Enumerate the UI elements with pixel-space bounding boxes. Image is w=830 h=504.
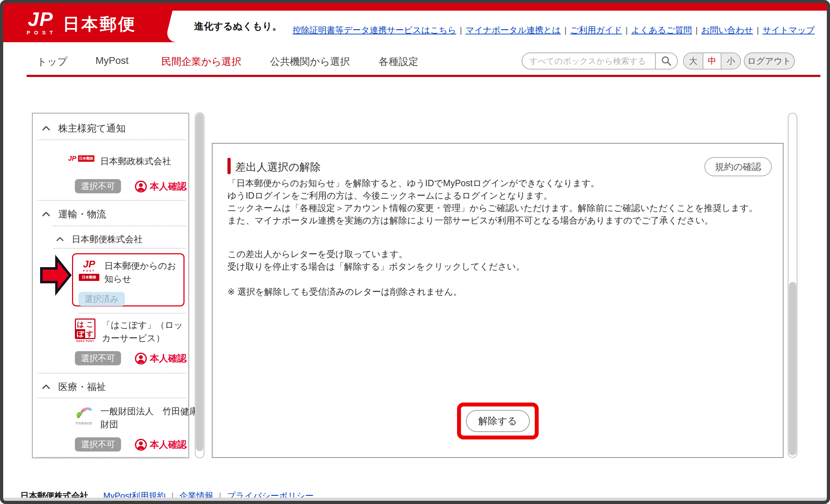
search-box bbox=[522, 52, 678, 70]
logo-char: す bbox=[85, 329, 94, 339]
site-header: 進化するぬくもり。 JP POST 日本郵便 控除証明書等データ連携サービスはこ… bbox=[3, 3, 827, 42]
font-size-large-button[interactable]: 大 bbox=[684, 53, 703, 69]
section-shareholder-notice[interactable]: 株主様宛て通知 bbox=[42, 122, 126, 135]
subsection-japan-post-co[interactable]: 日本郵便株式会社 bbox=[56, 233, 143, 245]
section-label: 医療・福祉 bbox=[58, 382, 106, 392]
nav-top[interactable]: トップ bbox=[37, 55, 67, 68]
divider bbox=[79, 313, 186, 314]
section-medical[interactable]: 医療・福祉 bbox=[42, 381, 106, 393]
page-title: 差出人選択の解除 bbox=[235, 160, 321, 175]
logo-jp-glyph: JP bbox=[68, 155, 76, 162]
paragraph-line: ゆうIDログインをご利用の方は、今後ニックネームによるログインとなります。 bbox=[227, 189, 758, 202]
title-accent-bar bbox=[227, 158, 231, 174]
verify-label: 本人確認 bbox=[150, 352, 187, 365]
identity-verification: 本人確認 bbox=[135, 180, 187, 193]
logo-caption: HAKO POST bbox=[75, 340, 95, 342]
link-contact[interactable]: お問い合わせ bbox=[701, 25, 753, 35]
link-separator: | bbox=[757, 25, 759, 35]
identity-verification: 本人確認 bbox=[135, 438, 187, 451]
nav-settings[interactable]: 各種設定 bbox=[379, 55, 418, 68]
japan-post-holdings-logo: JP 日本郵政 bbox=[68, 155, 94, 162]
paragraph-line: 受け取りを停止する場合は「解除する」ボタンをクリックしてください。 bbox=[227, 260, 525, 273]
jp-logo-post-text: POST bbox=[27, 29, 57, 36]
link-separator: | bbox=[564, 25, 566, 35]
identity-verification: 本人確認 bbox=[135, 352, 187, 365]
status-badge: 選択不可 bbox=[75, 351, 121, 365]
sender-name: 一般財団法人 竹田健康財団 bbox=[100, 405, 199, 431]
chevron-up-icon bbox=[56, 233, 64, 243]
note-text: ※ 選択を解除しても受信済みのレターは削除されません。 bbox=[227, 286, 462, 298]
divider bbox=[53, 248, 186, 249]
logout-button[interactable]: ログアウト bbox=[744, 52, 795, 70]
paragraph-line: 「日本郵便からのお知らせ」を解除すると、ゆうIDでMyPostログインができなく… bbox=[227, 177, 758, 189]
main-scrollbar-thumb[interactable] bbox=[789, 282, 796, 455]
link-faq[interactable]: よくあるご質問 bbox=[631, 25, 692, 35]
paragraph-line: また、マイナポータル連携を実施の方は解除により一部サービスが利用不可となる場合が… bbox=[227, 214, 758, 227]
logo-char: こ bbox=[85, 320, 94, 329]
jp-post-logo: JP POST bbox=[24, 9, 57, 36]
divider bbox=[37, 139, 186, 140]
nav-public-institutions[interactable]: 公共機関から選択 bbox=[270, 55, 350, 68]
section-transport[interactable]: 運輸・物流 bbox=[42, 208, 106, 221]
nav-private-companies[interactable]: 民間企業から選択 bbox=[161, 55, 241, 68]
paragraph-line: この差出人からレターを受け取っています。 bbox=[227, 248, 525, 260]
sender-name: 日本郵便からのお知らせ bbox=[104, 259, 182, 286]
font-size-control: 大 中 小 bbox=[683, 52, 741, 70]
sender-japan-post-holdings[interactable]: JP 日本郵政 日本郵政株式会社 bbox=[68, 155, 171, 168]
chevron-up-icon bbox=[42, 381, 50, 392]
sidebar-scrollbar-thumb[interactable] bbox=[196, 113, 203, 451]
link-guide[interactable]: ご利用ガイド bbox=[570, 25, 622, 35]
hakopost-logo-grid: は こ ぽ す bbox=[75, 319, 95, 339]
sender-card-jp-notice-selected[interactable]: JP POST 日本郵便 日本郵便からのお知らせ 選択済み bbox=[72, 253, 185, 306]
japan-post-logo: JP POST 日本郵便 bbox=[79, 259, 99, 281]
logo-caption: 竹田健康財団 bbox=[72, 421, 95, 425]
section-label: 株主様宛て通知 bbox=[58, 123, 126, 134]
release-button[interactable]: 解除する bbox=[466, 410, 530, 432]
warning-paragraph: 「日本郵便からのお知らせ」を解除すると、ゆうIDでMyPostログインができなく… bbox=[227, 177, 758, 227]
subsection-label: 日本郵便株式会社 bbox=[72, 234, 143, 244]
takeda-foundation-logo: 竹田健康財団 bbox=[72, 405, 95, 425]
divider bbox=[37, 373, 186, 373]
person-icon bbox=[135, 439, 147, 451]
link-sitemap[interactable]: サイトマップ bbox=[763, 25, 815, 35]
sender-sidebar: 株主様宛て通知 JP 日本郵政 日本郵政株式会社 選択不可 本人確認 運輸・物流… bbox=[32, 113, 189, 458]
hakopost-logo: は こ ぽ す HAKO POST bbox=[75, 319, 95, 342]
jp-logo-glyph: JP bbox=[24, 9, 57, 29]
paragraph-line: ニックネームは「各種設定＞アカウント情報の変更・管理」からご確認いただけます。解… bbox=[227, 202, 758, 214]
status-badge: 選択不可 bbox=[75, 179, 121, 193]
search-button[interactable] bbox=[655, 53, 677, 69]
chevron-up-icon bbox=[42, 208, 50, 219]
main-scrollbar[interactable] bbox=[788, 113, 797, 458]
link-mynaportal[interactable]: マイナポータル連携とは bbox=[466, 25, 561, 35]
nav-active-underline bbox=[27, 75, 820, 77]
divider bbox=[37, 398, 186, 398]
font-size-medium-button[interactable]: 中 bbox=[703, 53, 721, 69]
link-separator: | bbox=[460, 25, 462, 35]
sender-name: 「はこぽす」（ロッカーサービス） bbox=[102, 319, 184, 345]
link-separator: | bbox=[696, 25, 698, 35]
logo-text: 日本郵政 bbox=[78, 155, 94, 162]
status-paragraph: この差出人からレターを受け取っています。 受け取りを停止する場合は「解除する」ボ… bbox=[227, 248, 525, 273]
search-input[interactable] bbox=[522, 53, 655, 69]
sender-hakopost[interactable]: は こ ぽ す HAKO POST 「はこぽす」（ロッカーサービス） bbox=[75, 319, 184, 345]
sidebar-scrollbar[interactable] bbox=[195, 112, 204, 458]
person-icon bbox=[135, 353, 147, 365]
font-size-small-button[interactable]: 小 bbox=[721, 53, 740, 69]
sender-takeda-foundation[interactable]: 竹田健康財団 一般財団法人 竹田健康財団 bbox=[72, 405, 199, 431]
release-panel: 差出人選択の解除 規約の確認 「日本郵便からのお知らせ」を解除すると、ゆうIDで… bbox=[212, 143, 784, 458]
divider bbox=[53, 226, 186, 226]
takeda-logo-icon bbox=[74, 405, 94, 420]
person-icon bbox=[135, 181, 147, 193]
sender-name: 日本郵政株式会社 bbox=[100, 155, 171, 168]
terms-confirm-button[interactable]: 規約の確認 bbox=[704, 157, 772, 176]
nav-mypost[interactable]: MyPost bbox=[95, 55, 128, 66]
search-icon bbox=[661, 56, 672, 66]
mypost-window: 進化するぬくもり。 JP POST 日本郵便 控除証明書等データ連携サービスはこ… bbox=[0, 0, 830, 504]
link-deduction-certificate[interactable]: 控除証明書等データ連携サービスはこちら bbox=[293, 25, 456, 35]
status-badge: 選択不可 bbox=[75, 437, 121, 452]
utility-links: 控除証明書等データ連携サービスはこちら|マイナポータル連携とは|ご利用ガイド|よ… bbox=[293, 24, 815, 36]
logo-box-text: 日本郵便 bbox=[79, 274, 99, 281]
tagline: 進化するぬくもり。 bbox=[194, 11, 282, 42]
chevron-up-icon bbox=[42, 122, 50, 133]
horizontal-scrollbar[interactable] bbox=[3, 498, 827, 501]
